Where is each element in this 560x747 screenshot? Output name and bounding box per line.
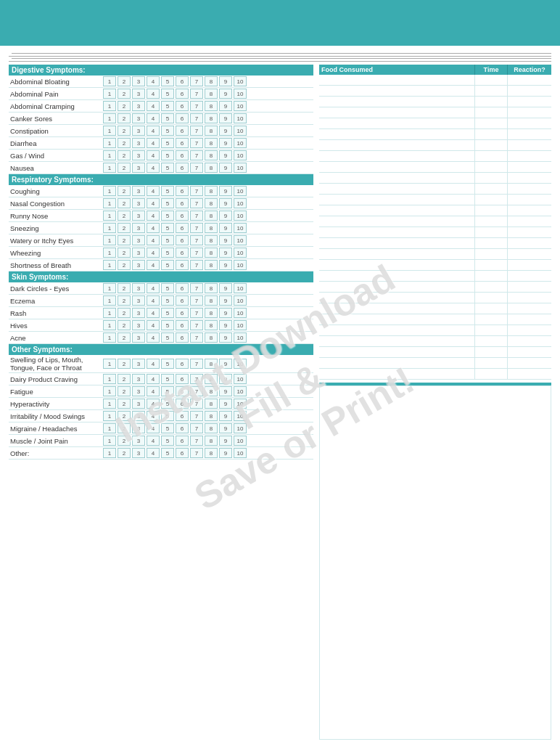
number-box[interactable]: 8 <box>205 101 218 111</box>
number-box[interactable]: 4 <box>147 198 160 208</box>
number-box[interactable]: 1 <box>103 260 116 270</box>
number-box[interactable]: 2 <box>118 399 131 409</box>
number-box[interactable]: 4 <box>147 320 160 330</box>
number-box[interactable]: 2 <box>118 411 131 421</box>
number-box[interactable]: 1 <box>103 423 116 433</box>
number-box[interactable]: 4 <box>147 260 160 270</box>
number-box[interactable]: 9 <box>219 248 232 258</box>
number-box[interactable]: 8 <box>205 374 218 384</box>
food-cell-time[interactable] <box>475 293 508 303</box>
food-cell-time[interactable] <box>475 129 508 139</box>
number-box[interactable]: 5 <box>161 186 174 196</box>
number-box[interactable]: 4 <box>147 359 160 369</box>
number-box[interactable]: 3 <box>132 113 145 123</box>
number-box[interactable]: 3 <box>132 359 145 369</box>
food-cell-reaction[interactable] <box>508 173 551 183</box>
number-box[interactable]: 1 <box>103 138 116 148</box>
number-box[interactable]: 4 <box>147 386 160 396</box>
food-cell-time[interactable] <box>475 282 508 292</box>
number-box[interactable]: 8 <box>205 332 218 343</box>
number-box[interactable]: 4 <box>147 113 160 123</box>
number-box[interactable]: 4 <box>147 423 160 433</box>
food-cell-food[interactable] <box>319 325 475 335</box>
number-box[interactable]: 8 <box>205 423 218 433</box>
number-box[interactable]: 2 <box>118 248 131 258</box>
number-box[interactable]: 9 <box>219 320 232 330</box>
number-box[interactable]: 1 <box>103 374 116 384</box>
number-box[interactable]: 6 <box>176 198 189 208</box>
number-box[interactable]: 5 <box>161 386 174 396</box>
food-cell-reaction[interactable] <box>508 358 551 368</box>
number-box[interactable]: 5 <box>161 374 174 384</box>
number-box[interactable]: 1 <box>103 76 116 86</box>
number-box[interactable]: 6 <box>176 374 189 384</box>
number-box[interactable]: 3 <box>132 411 145 421</box>
number-box[interactable]: 8 <box>205 295 218 306</box>
number-box[interactable]: 7 <box>190 411 203 421</box>
number-box[interactable]: 7 <box>190 308 203 318</box>
number-box[interactable]: 4 <box>147 248 160 258</box>
number-box[interactable]: 9 <box>219 260 232 270</box>
number-box[interactable]: 7 <box>190 235 203 245</box>
number-box[interactable]: 2 <box>118 423 131 433</box>
number-box[interactable]: 6 <box>176 448 189 458</box>
number-box[interactable]: 9 <box>219 89 232 99</box>
number-box[interactable]: 5 <box>161 138 174 148</box>
food-cell-reaction[interactable] <box>508 369 551 379</box>
number-box[interactable]: 3 <box>132 260 145 270</box>
number-box[interactable]: 5 <box>161 223 174 233</box>
number-box[interactable]: 1 <box>103 283 116 293</box>
food-cell-time[interactable] <box>475 314 508 324</box>
number-box[interactable]: 10 <box>234 101 247 111</box>
number-box[interactable]: 2 <box>118 386 131 396</box>
food-cell-time[interactable] <box>475 216 508 226</box>
number-box[interactable]: 5 <box>161 89 174 99</box>
number-box[interactable]: 9 <box>219 423 232 433</box>
number-box[interactable]: 2 <box>118 211 131 221</box>
number-box[interactable]: 10 <box>234 113 247 123</box>
number-box[interactable]: 9 <box>219 235 232 245</box>
number-box[interactable]: 10 <box>234 332 247 343</box>
number-box[interactable]: 6 <box>176 308 189 318</box>
number-box[interactable]: 1 <box>103 101 116 111</box>
number-box[interactable]: 4 <box>147 89 160 99</box>
number-box[interactable]: 8 <box>205 386 218 396</box>
number-box[interactable]: 2 <box>118 126 131 136</box>
number-box[interactable]: 1 <box>103 308 116 318</box>
number-box[interactable]: 1 <box>103 126 116 136</box>
number-box[interactable]: 6 <box>176 423 189 433</box>
number-box[interactable]: 8 <box>205 76 218 86</box>
number-box[interactable]: 9 <box>219 436 232 446</box>
number-box[interactable]: 2 <box>118 198 131 208</box>
number-box[interactable]: 2 <box>118 260 131 270</box>
food-cell-time[interactable] <box>475 369 508 379</box>
number-box[interactable]: 5 <box>161 359 174 369</box>
food-cell-reaction[interactable] <box>508 293 551 303</box>
food-cell-food[interactable] <box>319 205 475 216</box>
number-box[interactable]: 3 <box>132 101 145 111</box>
number-box[interactable]: 5 <box>161 448 174 458</box>
number-box[interactable]: 9 <box>219 198 232 208</box>
number-box[interactable]: 3 <box>132 89 145 99</box>
number-box[interactable]: 10 <box>234 386 247 396</box>
food-cell-time[interactable] <box>475 86 508 96</box>
number-box[interactable]: 6 <box>176 138 189 148</box>
number-box[interactable]: 10 <box>234 138 247 148</box>
number-box[interactable]: 1 <box>103 186 116 196</box>
number-box[interactable]: 1 <box>103 113 116 123</box>
number-box[interactable]: 7 <box>190 101 203 111</box>
number-box[interactable]: 4 <box>147 126 160 136</box>
number-box[interactable]: 7 <box>190 359 203 369</box>
number-box[interactable]: 6 <box>176 211 189 221</box>
number-box[interactable]: 5 <box>161 126 174 136</box>
number-box[interactable]: 1 <box>103 386 116 396</box>
food-cell-time[interactable] <box>475 205 508 216</box>
number-box[interactable]: 10 <box>234 359 247 369</box>
number-box[interactable]: 1 <box>103 320 116 330</box>
number-box[interactable]: 7 <box>190 399 203 409</box>
number-box[interactable]: 1 <box>103 198 116 208</box>
number-box[interactable]: 7 <box>190 150 203 160</box>
number-box[interactable]: 2 <box>118 89 131 99</box>
number-box[interactable]: 3 <box>132 423 145 433</box>
number-box[interactable]: 6 <box>176 359 189 369</box>
